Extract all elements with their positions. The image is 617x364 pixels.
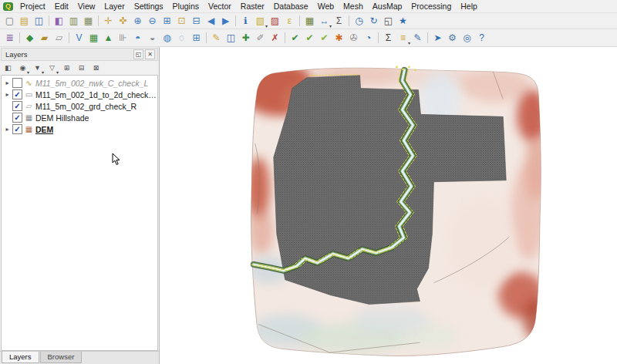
open-attribute-table-icon[interactable]: ▦	[302, 14, 317, 29]
add-spatialite-icon[interactable]: ◒	[145, 31, 160, 46]
map-canvas[interactable]	[159, 47, 617, 364]
style-manager-icon[interactable]: ◧	[52, 14, 66, 29]
menu-vector[interactable]: Vector	[204, 1, 236, 12]
tuflow-run-icon[interactable]: ✔	[317, 31, 332, 46]
menu-project[interactable]: Project	[15, 1, 50, 12]
zoom-to-selection-icon[interactable]: ⊡	[174, 14, 189, 29]
expander-icon[interactable]: ▸	[4, 91, 11, 98]
zoom-out-icon[interactable]: ⊖	[145, 14, 160, 29]
open-layer-styling-icon[interactable]: ◧	[2, 62, 15, 75]
dock-tab-browser[interactable]: Browser	[40, 352, 83, 363]
layer-item-3[interactable]: ✓▦DEM Hillshade	[2, 112, 157, 123]
layout-manager-icon[interactable]: ▦	[81, 14, 96, 29]
open-project-icon[interactable]: ▤	[17, 14, 32, 29]
layer-checkbox[interactable]	[12, 78, 22, 88]
temporal-controller-icon[interactable]: ◷	[352, 14, 366, 29]
remove-layer-icon[interactable]: ⊠	[89, 62, 103, 75]
select-features-icon[interactable]: ▧▾	[253, 14, 268, 29]
layer-checkbox[interactable]: ✓	[12, 124, 22, 134]
layer-label: DEM	[35, 125, 53, 134]
data-source-manager-icon[interactable]: ≣	[2, 31, 17, 46]
metasearch-icon[interactable]: ◎	[460, 31, 474, 46]
delete-selected-icon[interactable]: ✗	[268, 31, 282, 46]
layer-item-4[interactable]: ▸✓▦DEM	[2, 123, 157, 135]
add-delimited-text-icon[interactable]: ⊪	[116, 31, 130, 46]
new-scratch-layer-icon[interactable]: ▱	[52, 31, 66, 46]
layer-tree: ▸∿M11_5m_002_nwk_C_check_L▸✓▭M11_5m_002_…	[1, 75, 158, 351]
menu-web[interactable]: Web	[313, 1, 339, 12]
save-layer-edits-icon[interactable]: ◫	[224, 31, 238, 46]
add-xyz-tiles-icon[interactable]: ⊞	[189, 31, 204, 46]
zoom-full-icon[interactable]: ⊞	[160, 14, 174, 29]
expand-all-icon[interactable]: ⊞	[60, 62, 73, 75]
zoom-last-icon[interactable]: ◀	[204, 14, 218, 29]
statistical-summary-icon[interactable]: Σ	[332, 14, 346, 29]
zoom-in-icon[interactable]: ⊕	[130, 14, 145, 29]
vertex-tool-icon[interactable]: ✐	[253, 31, 268, 46]
add-feature-icon[interactable]: ✚	[238, 31, 253, 46]
new-geopackage-icon[interactable]: ◆	[22, 31, 37, 46]
add-vector-layer-icon[interactable]: V	[72, 31, 86, 46]
label-toolbar-icon[interactable]: ≡▾	[396, 31, 410, 46]
add-postgis-icon[interactable]: ◓	[130, 31, 145, 46]
statistics-icon[interactable]: Σ	[381, 31, 396, 46]
menu-settings[interactable]: Settings	[130, 1, 168, 12]
menu-mesh[interactable]: Mesh	[339, 1, 368, 12]
save-project-icon[interactable]: ◫	[32, 14, 46, 29]
arr-to-tuflow-icon[interactable]: ◔	[361, 31, 376, 46]
tuflow-check-files-icon[interactable]: ✔	[302, 31, 317, 46]
help-contents-icon[interactable]: ?	[474, 31, 489, 46]
python-console-icon[interactable]: ➤	[430, 31, 445, 46]
pan-to-selection-icon[interactable]: ✜	[116, 14, 130, 29]
measure-icon[interactable]: ↔▾	[317, 14, 332, 29]
layer-labeling-options-icon[interactable]: ✎	[410, 31, 425, 46]
menu-raster[interactable]: Raster	[236, 1, 269, 12]
add-wms-icon[interactable]: ◍	[160, 31, 174, 46]
add-raster-layer-icon[interactable]: ▦	[86, 31, 101, 46]
new-shapefile-icon[interactable]: ▰	[37, 31, 52, 46]
close-panel-icon[interactable]: ✕	[145, 49, 155, 59]
show-bookmarks-icon[interactable]: ★	[396, 14, 410, 29]
new-project-icon[interactable]: ▢	[2, 14, 17, 29]
layer-checkbox[interactable]: ✓	[12, 113, 22, 123]
refresh-map-icon[interactable]: ↻	[366, 14, 381, 29]
menu-view[interactable]: View	[73, 1, 100, 12]
select-by-expression-icon[interactable]: ε	[282, 14, 297, 29]
menu-layer[interactable]: Layer	[99, 1, 129, 12]
float-panel-icon[interactable]: ◱	[133, 49, 143, 59]
toggle-editing-icon[interactable]: ✎	[209, 31, 224, 46]
layer-checkbox[interactable]: ✓	[12, 101, 22, 111]
zoom-to-layer-icon[interactable]: ⊟	[189, 14, 204, 29]
manage-map-themes-icon[interactable]: ◉▾	[16, 62, 29, 75]
menu-help[interactable]: Help	[456, 1, 482, 12]
new-map-view-icon[interactable]: ◱	[381, 14, 396, 29]
expander-icon[interactable]: ▸	[4, 79, 11, 86]
zoom-next-icon[interactable]: ▶	[218, 14, 233, 29]
layer-item-1[interactable]: ▸✓▭M11_5m_002_1d_to_2d_check_R	[2, 89, 157, 100]
menu-edit[interactable]: Edit	[50, 1, 73, 12]
layer-checkbox[interactable]: ✓	[12, 89, 22, 99]
processing-toolbox-icon[interactable]: ⚙	[445, 31, 460, 46]
identify-features-icon[interactable]: ℹ	[238, 14, 253, 29]
menu-database[interactable]: Database	[269, 1, 313, 12]
attachment-icon[interactable]: ✇	[346, 31, 361, 46]
tuflow-import-check-icon[interactable]: ✔	[288, 31, 302, 46]
tuflow-viewer-icon[interactable]: ✱	[332, 31, 346, 46]
add-wfs-icon[interactable]: ◌	[174, 31, 189, 46]
add-mesh-layer-icon[interactable]: ▲	[101, 31, 116, 46]
collapse-all-icon[interactable]: ⊟	[75, 62, 88, 75]
layer-label: DEM Hillshade	[35, 113, 89, 123]
filter-legend-icon[interactable]: ▼▾	[31, 62, 44, 75]
menu-processing[interactable]: Processing	[406, 1, 456, 12]
toolbar-separator	[285, 32, 285, 43]
menu-plugins[interactable]: Plugins	[168, 1, 204, 12]
deselect-features-icon[interactable]: ▨	[268, 14, 282, 29]
layer-item-0[interactable]: ▸∿M11_5m_002_nwk_C_check_L	[2, 77, 157, 89]
expander-icon[interactable]: ▸	[4, 126, 11, 133]
new-print-layout-icon[interactable]: ▥	[66, 14, 81, 29]
layer-item-2[interactable]: ✓▱M11_5m_002_grd_check_R	[2, 100, 157, 112]
dock-tab-layers[interactable]: Layers	[2, 352, 39, 363]
filter-by-expression-icon[interactable]: ▽▾	[46, 62, 59, 75]
menu-ausmap[interactable]: AusMap	[368, 1, 407, 12]
pan-map-icon[interactable]: ✛	[101, 14, 116, 29]
